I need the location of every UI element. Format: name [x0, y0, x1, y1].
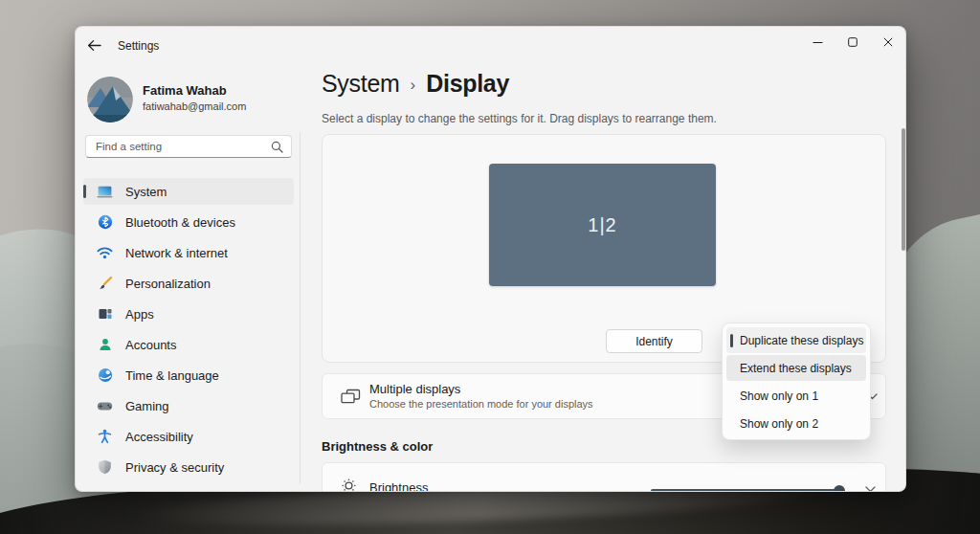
accounts-person-icon	[97, 337, 113, 353]
close-icon	[883, 37, 893, 47]
multiple-displays-icon	[340, 389, 362, 406]
settings-window: Settings Fatima Wahab fatiwahab@gmail.co…	[75, 26, 906, 492]
minimize-icon	[813, 37, 823, 48]
maximize-icon	[848, 37, 858, 47]
breadcrumb: System › Display	[322, 70, 509, 98]
dropdown-option-extend-these-displays[interactable]: Extend these displays	[726, 355, 866, 381]
sidebar-item-time-language[interactable]: Time & language	[83, 362, 294, 389]
breadcrumb-separator-icon: ›	[411, 76, 416, 95]
network-wifi-icon	[97, 245, 113, 261]
sidebar-item-label: Time & language	[125, 368, 219, 383]
sidebar-item-network-internet[interactable]: Network & internet	[83, 239, 294, 266]
user-name: Fatima Wahab	[143, 83, 227, 98]
search-icon[interactable]	[271, 141, 283, 153]
sidebar-item-personalization[interactable]: Personalization	[83, 270, 294, 297]
minimize-button[interactable]	[802, 31, 833, 54]
sidebar-item-privacy-security[interactable]: Privacy & security	[83, 454, 294, 480]
multiple-displays-title: Multiple displays	[369, 382, 460, 396]
brightness-sun-icon	[340, 477, 358, 492]
bluetooth-icon	[97, 214, 113, 231]
window-title: Settings	[118, 39, 159, 53]
sidebar-item-bluetooth-devices[interactable]: Bluetooth & devices	[83, 209, 294, 235]
sidebar-item-label: Personalization	[125, 277, 211, 291]
gaming-controller-icon	[97, 398, 113, 414]
sidebar-item-accessibility[interactable]: Accessibility	[83, 423, 294, 450]
display-mode-dropdown: Duplicate these displays Extend these di…	[722, 323, 871, 440]
sidebar-item-label: Gaming	[125, 399, 169, 413]
time-language-globe-icon	[97, 367, 113, 384]
sidebar-item-label: Network & internet	[125, 246, 228, 260]
sidebar-item-label: Accounts	[125, 338, 176, 352]
breadcrumb-parent[interactable]: System	[322, 70, 400, 98]
sidebar-item-label: Bluetooth & devices	[125, 215, 235, 230]
back-button[interactable]	[82, 34, 105, 56]
user-email: fatiwahab@gmail.com	[143, 100, 246, 112]
dropdown-option-show-only-on-1[interactable]: Show only on 1	[726, 383, 866, 409]
sidebar-divider	[300, 132, 301, 484]
vertical-scrollbar[interactable]	[902, 128, 905, 251]
chevron-down-icon[interactable]	[865, 486, 876, 492]
sidebar-item-accounts[interactable]: Accounts	[83, 331, 294, 358]
dropdown-option-duplicate-these-displays[interactable]: Duplicate these displays	[726, 327, 866, 353]
sidebar-item-apps[interactable]: Apps	[83, 300, 294, 327]
personalization-brush-icon	[97, 276, 113, 292]
system-laptop-icon	[97, 184, 113, 200]
search-box[interactable]	[85, 135, 292, 158]
accessibility-person-icon	[97, 429, 113, 445]
brightness-slider-fill	[651, 489, 839, 492]
sidebar-item-system[interactable]: System	[83, 178, 294, 205]
avatar	[87, 77, 133, 122]
display-preview-label: 1|2	[588, 214, 616, 236]
dropdown-option-show-only-on-2[interactable]: Show only on 2	[726, 411, 866, 436]
maximize-button[interactable]	[837, 31, 868, 54]
close-button[interactable]	[873, 31, 903, 54]
sidebar-item-label: Privacy & security	[125, 460, 224, 475]
apps-grid-icon	[97, 306, 113, 323]
desktop: Settings Fatima Wahab fatiwahab@gmail.co…	[0, 0, 980, 534]
brightness-slider[interactable]	[651, 489, 845, 492]
sidebar-item-label: System	[125, 185, 167, 199]
sidebar-item-label: Apps	[125, 307, 154, 322]
brightness-slider-thumb[interactable]	[834, 485, 845, 492]
sidebar-item-gaming[interactable]: Gaming	[83, 392, 294, 419]
page-description: Select a display to change the settings …	[322, 112, 717, 125]
section-header-brightness-color: Brightness & color	[322, 439, 433, 454]
privacy-shield-icon	[97, 459, 113, 476]
multiple-displays-subtitle: Choose the presentation mode for your di…	[369, 398, 593, 410]
brightness-row[interactable]: Brightness	[322, 462, 886, 492]
display-preview[interactable]: 1|2	[489, 164, 716, 286]
back-arrow-icon	[87, 39, 101, 52]
page-title: Display	[426, 70, 509, 98]
identify-button[interactable]: Identify	[606, 329, 702, 353]
brightness-label: Brightness	[369, 480, 428, 492]
sidebar-item-label: Accessibility	[125, 430, 193, 444]
search-input[interactable]	[86, 141, 271, 152]
